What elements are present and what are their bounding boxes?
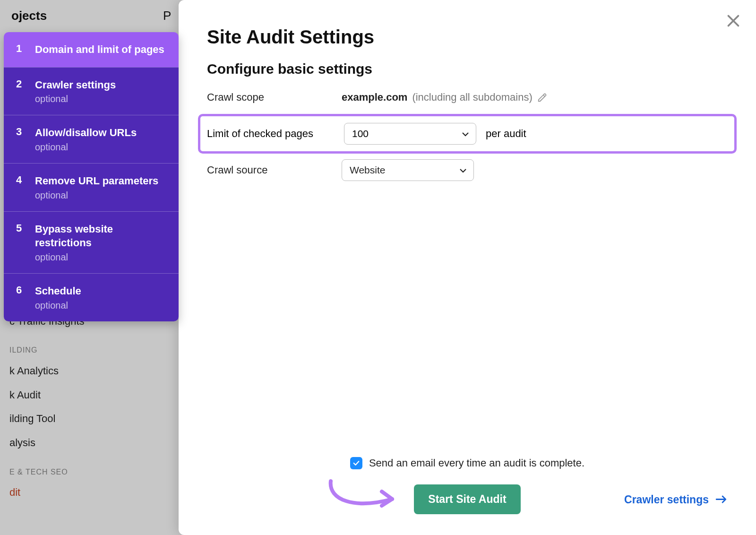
crawler-settings-link[interactable]: Crawler settings <box>624 493 728 506</box>
bg-group-tech-seo: E & TECH SEO <box>9 464 132 481</box>
modal-footer: Send an email every time an audit is com… <box>207 457 728 514</box>
wizard-steps-panel: 1 Domain and limit of pages 2 Crawler se… <box>4 32 179 321</box>
crawl-scope-label: Crawl scope <box>207 91 332 104</box>
bg-header-projects: ojects <box>0 0 58 32</box>
step-domain-limit[interactable]: 1 Domain and limit of pages <box>4 32 179 67</box>
step-number: 5 <box>16 222 25 263</box>
crawler-settings-label: Crawler settings <box>624 493 709 506</box>
start-site-audit-button[interactable]: Start Site Audit <box>414 484 520 514</box>
limit-pages-row-highlight: Limit of checked pages 100 per audit <box>198 114 737 154</box>
step-number: 1 <box>16 43 25 57</box>
step-schedule[interactable]: 6 Schedule optional <box>4 273 179 321</box>
limit-suffix: per audit <box>486 128 526 140</box>
close-button[interactable] <box>725 12 742 29</box>
bg-nav-site-audit: dit <box>9 486 20 498</box>
crawl-source-select[interactable]: Website <box>342 159 474 181</box>
email-label: Send an email every time an audit is com… <box>369 457 584 469</box>
limit-label: Limit of checked pages <box>207 128 335 140</box>
step-title: Bypass website restrictions <box>35 222 166 250</box>
step-number: 2 <box>16 78 25 105</box>
crawl-scope-hint: (including all subdomains) <box>412 91 532 104</box>
check-icon <box>352 459 361 467</box>
pencil-icon <box>537 92 548 103</box>
step-crawler-settings[interactable]: 2 Crawler settings optional <box>4 67 179 115</box>
step-remove-params[interactable]: 4 Remove URL parameters optional <box>4 163 179 211</box>
close-icon <box>725 12 742 29</box>
step-title: Remove URL parameters <box>35 174 166 188</box>
bg-nav-audit: k Audit <box>9 389 41 401</box>
limit-select[interactable]: 100 <box>344 123 476 145</box>
crawl-source-value: Website <box>350 164 385 175</box>
bg-header-right: P <box>163 9 171 23</box>
chevron-down-icon <box>459 164 467 176</box>
crawl-scope-row: Crawl scope example.com (including all s… <box>207 91 728 104</box>
step-optional-label: optional <box>35 190 166 201</box>
bg-nav-analytics: k Analytics <box>9 365 59 377</box>
step-optional-label: optional <box>35 300 166 311</box>
step-number: 3 <box>16 126 25 153</box>
bg-nav-building-tool: ilding Tool <box>9 413 55 424</box>
email-checkbox[interactable] <box>350 457 362 469</box>
crawl-source-row: Crawl source Website <box>207 159 728 181</box>
chevron-down-icon <box>462 128 469 139</box>
site-audit-settings-modal: Site Audit Settings Configure basic sett… <box>179 0 756 535</box>
step-title: Crawler settings <box>35 78 166 92</box>
step-optional-label: optional <box>35 252 166 263</box>
email-notify-row: Send an email every time an audit is com… <box>207 457 728 469</box>
step-bypass-restrictions[interactable]: 5 Bypass website restrictions optional <box>4 211 179 273</box>
step-number: 4 <box>16 174 25 201</box>
arrow-right-icon <box>715 495 728 504</box>
step-allow-disallow[interactable]: 3 Allow/disallow URLs optional <box>4 115 179 163</box>
modal-title: Site Audit Settings <box>207 26 728 48</box>
step-number: 6 <box>16 284 25 311</box>
bg-nav-analysis: alysis <box>9 437 35 449</box>
step-optional-label: optional <box>35 94 166 104</box>
step-title: Allow/disallow URLs <box>35 126 166 140</box>
limit-value: 100 <box>352 128 369 139</box>
crawl-scope-domain: example.com <box>342 91 407 104</box>
edit-scope-button[interactable] <box>537 92 548 103</box>
step-title: Schedule <box>35 284 166 298</box>
modal-subtitle: Configure basic settings <box>207 61 728 77</box>
bg-group-building: ILDING <box>9 342 132 359</box>
crawl-source-label: Crawl source <box>207 164 332 176</box>
step-title: Domain and limit of pages <box>35 43 166 57</box>
step-optional-label: optional <box>35 142 166 153</box>
